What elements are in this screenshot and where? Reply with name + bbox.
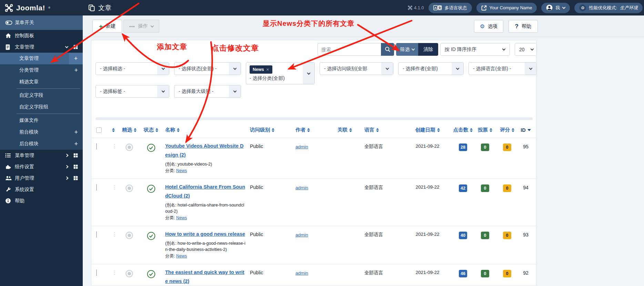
column-association[interactable]: 关联 [330,127,360,133]
sort-order-select[interactable]: 按 ID 降序排序 [440,43,510,56]
sidebar-item-fields[interactable]: 自定义字段 [0,89,83,101]
column-ordering[interactable] [107,128,118,132]
toggle-icon [5,20,15,26]
column-language[interactable]: 语言 [360,127,403,133]
category-filter-select[interactable]: News ✕ - 选择分类(全部) [246,62,315,84]
column-hits[interactable]: 点击数 [452,127,474,133]
sidebar-item-site-modules[interactable]: 前台模块 + [0,126,83,138]
dashboard-grid-icon[interactable] [73,165,78,169]
author-link[interactable]: admin [295,144,308,149]
dashboard-grid-icon[interactable] [73,153,78,158]
chevron-down-icon [307,71,310,75]
sidebar-item-admin-modules[interactable]: 后台模块 + [0,138,83,150]
article-title-link[interactable]: How to write a good news release [165,230,246,239]
article-title-link[interactable]: Hotel California Share From SoundCloud (… [165,182,246,200]
featured-toggle-icon[interactable] [125,232,133,239]
row-checkbox[interactable] [96,184,97,191]
category-link[interactable]: News [176,254,187,258]
dashboard-grid-icon[interactable] [73,45,78,49]
sidebar-item-articles-parent[interactable]: 文章管理 [0,41,83,53]
featured-toggle-icon[interactable] [125,270,133,277]
published-check-icon[interactable] [147,270,155,278]
drag-handle-icon[interactable]: ⋮ [107,138,118,179]
search-button[interactable] [381,43,394,56]
max-levels-filter-select[interactable]: - 选择最大级别 - [174,85,241,98]
multilingual-status-button[interactable]: A 文 多语言状态 [429,3,472,13]
joomla-brand[interactable]: Joomla! ® [0,0,83,15]
sidebar-item-system[interactable]: 系统设置 [0,184,83,195]
column-author[interactable]: 作者 [289,127,330,133]
featured-filter-select[interactable]: - 选择精选 - [95,62,169,75]
published-check-icon[interactable] [147,144,155,152]
drag-handle-icon[interactable]: ⋮ [107,226,118,264]
author-link[interactable]: admin [295,271,308,276]
company-preview-button[interactable]: Your Company Name [476,3,537,13]
filter-options-button[interactable]: 筛选 [396,43,418,56]
articles-panel: 筛选 清除 按 ID 降序排序 20 - 选择精选 - - 选择状态(全部) -… [91,40,536,286]
add-admin-module-icon[interactable]: + [74,140,78,148]
select-all-checkbox[interactable] [96,127,102,133]
actions-button[interactable]: ••• 操作 [123,20,159,33]
author-link[interactable]: admin [295,185,308,190]
user-menu-button[interactable]: 我 [541,3,570,13]
chevron-down-icon [161,89,165,93]
sidebar-item-menus[interactable]: 菜单管理 [0,150,83,161]
performance-mode-button[interactable]: ⚙ 性能优化模式: 生产环境 [574,3,643,13]
author-link[interactable]: admin [295,232,308,237]
category-link[interactable]: News [176,215,187,220]
chevron-zone [229,85,241,97]
clear-button[interactable]: 清除 [418,43,438,56]
add-category-icon[interactable]: + [74,67,78,74]
drag-handle-icon[interactable]: ⋮ [107,264,118,286]
featured-toggle-icon[interactable] [125,184,133,192]
sidebar-item-help[interactable]: 帮助 [0,195,83,206]
sidebar-item-users[interactable]: 用户管理 [0,172,83,184]
sidebar-item-categories[interactable]: 分类管理 + [0,64,83,76]
column-rating[interactable]: 评分 [496,127,518,133]
row-checkbox[interactable] [96,231,97,238]
options-button[interactable]: ⚙ 选项 [474,20,503,33]
published-check-icon[interactable] [147,184,155,193]
sidebar-item-label: 文章管理 [19,55,39,62]
sidebar-item-components[interactable]: 组件设置 [0,161,83,172]
sidebar-item-field-groups[interactable]: 自定义字段组 [0,101,83,113]
access-filter-select[interactable]: - 选择访问级别(全部 [320,62,393,75]
author-filter-select[interactable]: - 选择作者(全部) [398,62,464,75]
search-input[interactable] [318,43,381,56]
column-title[interactable]: 名称 [162,127,246,133]
category-chip-news[interactable]: News ✕ [250,65,272,74]
add-article-icon[interactable]: + [69,53,83,64]
sidebar-item-dashboard[interactable]: 控制面板 [0,30,83,41]
row-checkbox[interactable] [96,143,97,150]
status-filter-select[interactable]: - 选择状态(全部) - [174,62,241,75]
add-site-module-icon[interactable]: + [74,129,78,136]
published-check-icon[interactable] [147,232,155,240]
column-votes[interactable]: 投票 [474,127,496,133]
dashboard-grid-icon[interactable] [73,176,78,180]
drag-handle-icon[interactable]: ⋮ [107,179,118,226]
sidebar-item-media[interactable]: 媒体文件 [0,115,83,126]
row-checkbox[interactable] [96,269,97,276]
sidebar-item-articles[interactable]: 文章管理 + [0,53,83,64]
language-cell: 全部语言 [360,138,403,179]
page-size-select[interactable]: 20 [515,43,537,56]
column-created[interactable]: 创建日期 [403,127,452,133]
article-title-link[interactable]: The easiest and quick way to write news … [165,268,246,286]
language-filter-select[interactable]: - 选择语言(全部) - [469,62,537,75]
sidebar-item-featured[interactable]: 精选文章 [0,76,83,88]
new-button[interactable]: + 新建 [92,20,122,33]
featured-toggle-icon[interactable] [125,144,133,151]
category-link[interactable]: News [176,168,187,173]
column-access[interactable]: 访问级别 [246,127,289,133]
column-id[interactable]: ID [518,127,533,133]
help-button[interactable]: ? 帮助 [509,20,538,33]
column-status[interactable]: 状态 [140,127,162,133]
article-title-link[interactable]: Youtube Videos About Website Design (2) [165,141,246,159]
sidebar-item-menu-toggle[interactable]: 菜单开关 [0,15,83,30]
brand-text: Joomla! [16,4,45,12]
sort-icon [470,128,473,132]
remove-chip-icon[interactable]: ✕ [266,67,269,72]
sidebar-item-label: 帮助 [15,198,24,204]
column-featured[interactable]: 精选 [118,127,140,133]
tags-filter-select[interactable]: - 选择标签 - [95,85,169,98]
